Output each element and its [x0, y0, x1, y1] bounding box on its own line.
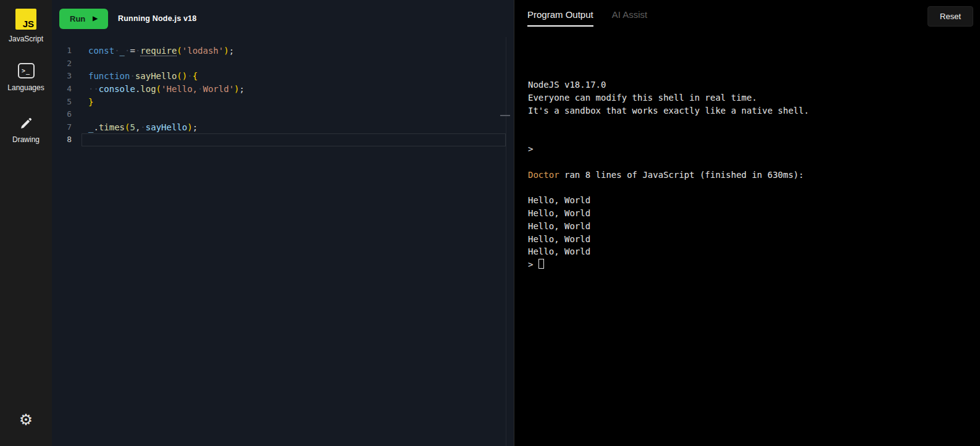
terminal-line — [528, 130, 980, 143]
sidebar-item-label: Languages — [7, 83, 44, 92]
terminal-line — [528, 117, 980, 130]
terminal-line: NodeJS v18.17.0 — [528, 78, 980, 91]
editor-scrollbar[interactable] — [506, 37, 506, 446]
run-status-text: Running Node.js v18 — [118, 14, 196, 23]
settings-gear-icon[interactable]: ⚙ — [0, 412, 52, 427]
code-lines[interactable]: const·_·=·require('lodash');function·say… — [82, 44, 506, 446]
terminal-line: Doctor ran 8 lines of JavaScript (finish… — [528, 169, 980, 182]
overview-ruler-marker — [500, 115, 510, 116]
pen-icon — [19, 116, 33, 130]
reset-button[interactable]: Reset — [928, 6, 973, 27]
terminal-line: Hello, World — [528, 245, 980, 258]
code-line[interactable]: const·_·=·require('lodash'); — [82, 44, 506, 57]
tab-program-output[interactable]: Program Output — [527, 9, 593, 27]
line-number: 1 — [52, 44, 72, 57]
terminal-line: Hello, World — [528, 233, 980, 246]
line-number: 5 — [52, 96, 72, 109]
terminal-output[interactable]: NodeJS v18.17.0Everyone can modify this … — [514, 78, 980, 271]
run-button[interactable]: Run ▶ — [59, 9, 108, 29]
output-pane: Program Output AI Assist Reset NodeJS v1… — [514, 0, 980, 446]
terminal-line: Everyone can modify this shell in real t… — [528, 91, 980, 104]
sidebar-item-drawing[interactable]: Drawing — [0, 107, 52, 152]
sidebar: JS JavaScript >_ Languages Drawing ⚙ — [0, 0, 52, 446]
terminal-line: Hello, World — [528, 194, 980, 207]
line-number: 8 — [52, 133, 72, 146]
editor-toolbar: Run ▶ Running Node.js v18 — [52, 0, 514, 37]
terminal-line: It's a sandbox that works exactly like a… — [528, 104, 980, 117]
code-line[interactable]: } — [82, 96, 506, 109]
code-line[interactable]: _.times(5,·sayHello); — [82, 121, 506, 134]
terminal-line: Hello, World — [528, 220, 980, 233]
code-line[interactable] — [82, 57, 506, 70]
line-number: 7 — [52, 121, 72, 134]
terminal-cursor — [538, 259, 544, 269]
sidebar-item-languages[interactable]: >_ Languages — [0, 57, 52, 100]
sidebar-item-label: JavaScript — [9, 35, 43, 43]
app-root: JS JavaScript >_ Languages Drawing ⚙ Run… — [0, 0, 980, 446]
terminal-line: > — [528, 143, 980, 156]
line-number: 2 — [52, 57, 72, 70]
line-number: 4 — [52, 83, 72, 96]
code-line[interactable] — [82, 108, 506, 121]
tab-ai-assist[interactable]: AI Assist — [612, 9, 648, 27]
terminal-icon: >_ — [18, 63, 35, 78]
terminal-line — [528, 156, 980, 169]
output-tabs: Program Output AI Assist — [514, 0, 980, 27]
terminal-line: > — [528, 258, 980, 271]
terminal-line — [528, 181, 980, 194]
code-line[interactable] — [82, 133, 506, 146]
terminal-line: Hello, World — [528, 207, 980, 220]
code-editor[interactable]: 12345678 const·_·=·require('lodash');fun… — [52, 37, 514, 446]
line-number: 3 — [52, 70, 72, 83]
play-icon: ▶ — [93, 15, 98, 22]
run-button-label: Run — [70, 14, 85, 23]
code-line[interactable]: function·sayHello()·{ — [82, 70, 506, 83]
code-line[interactable]: ··console.log('Hello,·World'); — [82, 83, 506, 96]
sidebar-item-javascript[interactable]: JS JavaScript — [0, 0, 52, 51]
javascript-logo-icon: JS — [15, 9, 36, 30]
line-number: 6 — [52, 108, 72, 121]
editor-gutter: 12345678 — [52, 44, 82, 446]
sidebar-item-label: Drawing — [12, 135, 40, 144]
editor-pane: Run ▶ Running Node.js v18 12345678 const… — [52, 0, 514, 446]
